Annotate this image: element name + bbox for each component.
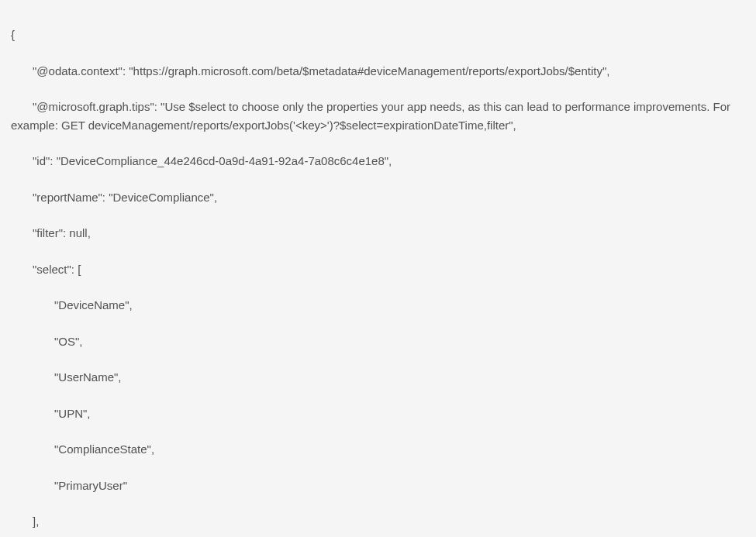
select-item-0: "DeviceName", bbox=[11, 296, 745, 314]
reportname-key: "reportName": bbox=[33, 191, 105, 204]
select-item-1: "OS", bbox=[11, 332, 745, 350]
select-item-3: "UPN", bbox=[11, 404, 745, 422]
select-item-5: "PrimaryUser" bbox=[11, 477, 745, 494]
tips-line: "@microsoft.graph.tips": "Use $select to… bbox=[11, 98, 745, 134]
filter-line: "filter": null, bbox=[11, 224, 745, 242]
odata-context-line: "@odata.context": "https://graph.microso… bbox=[11, 62, 745, 80]
select-close-bracket: ], bbox=[11, 512, 745, 530]
select-open-bracket: [ bbox=[78, 263, 81, 276]
id-value: "DeviceCompliance_44e246cd-0a9d-4a91-92a… bbox=[57, 154, 392, 167]
select-item-4: "ComplianceState", bbox=[11, 440, 745, 458]
odata-context-key: "@odata.context": bbox=[33, 64, 126, 77]
id-line: "id": "DeviceCompliance_44e246cd-0a9d-4a… bbox=[11, 152, 745, 170]
tips-key: "@microsoft.graph.tips": bbox=[11, 98, 157, 115]
odata-context-value: "https://graph.microsoft.com/beta/$metad… bbox=[129, 64, 609, 77]
filter-value: null, bbox=[69, 226, 91, 239]
filter-key: "filter": bbox=[33, 226, 66, 239]
select-item-2: "UserName", bbox=[11, 368, 745, 386]
select-key: "select": bbox=[33, 263, 74, 276]
open-brace: { bbox=[11, 26, 745, 43]
reportname-value: "DeviceCompliance", bbox=[109, 191, 217, 204]
reportname-line: "reportName": "DeviceCompliance", bbox=[11, 188, 745, 206]
json-response-block: { "@odata.context": "https://graph.micro… bbox=[11, 8, 745, 537]
select-open-line: "select": [ bbox=[11, 260, 745, 278]
id-key: "id": bbox=[33, 154, 54, 167]
